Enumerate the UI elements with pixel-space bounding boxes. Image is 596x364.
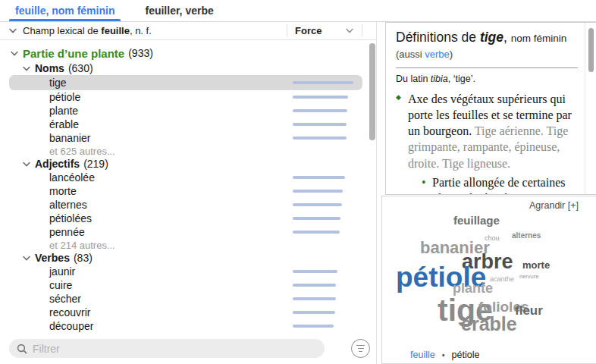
tree-word-row[interactable]: érable — [0, 118, 376, 131]
cloud-word[interactable]: alternes — [512, 232, 541, 240]
tree-word-row[interactable]: jaunir — [0, 265, 376, 278]
tree-row-label: érable — [49, 118, 79, 130]
cloud-word[interactable]: feuillage — [453, 215, 500, 226]
tree-row-label: Verbes — [35, 252, 70, 264]
tree-row-count: (630) — [68, 62, 93, 74]
search-icon — [17, 344, 27, 354]
legend-separator: • — [442, 350, 445, 359]
definitions-scrollbar-thumb[interactable] — [588, 28, 594, 72]
tree-row-label: Partie d’une plante — [23, 47, 124, 60]
filter-bar — [0, 334, 376, 364]
definition-item: Axe des végétaux supérieurs qui porte le… — [396, 91, 582, 195]
tab-feuiller-verbe[interactable]: feuiller, verbe — [130, 0, 228, 21]
cloud-word[interactable]: érable — [461, 315, 517, 334]
force-bar — [293, 123, 347, 126]
tree-row-label: alternes — [49, 199, 87, 211]
tree-word-row[interactable]: pétiolées — [0, 212, 376, 225]
tree-more-row: et 625 autres... — [0, 145, 376, 157]
lexical-field-title: Champ lexical de feuille, n. f. — [23, 25, 152, 36]
definition-subitem: Partie allongée de certaines plantes her… — [420, 174, 582, 195]
tree-row-label: pétiole — [49, 91, 80, 103]
force-bar — [293, 190, 343, 193]
force-bar — [293, 284, 336, 287]
force-bar — [293, 96, 348, 99]
etymology: Du latin tibia, ‘tige’. — [396, 74, 582, 84]
filter-input[interactable] — [33, 343, 306, 355]
force-bar — [293, 270, 337, 273]
tree-row-label: recouvrir — [49, 306, 90, 318]
lexical-field-panel: Champ lexical de feuille, n. f. Force Pa… — [0, 22, 377, 364]
force-sort-chevron-icon[interactable] — [346, 28, 353, 33]
definitions-title: Définitions de tige, nom féminin (aussi … — [396, 30, 582, 62]
lexical-field-header: Champ lexical de feuille, n. f. Force — [0, 22, 376, 40]
definitions-panel: Définitions de tige, nom féminin (aussi … — [385, 22, 596, 195]
force-bar — [293, 136, 347, 140]
chevron-down-icon[interactable] — [23, 162, 30, 167]
tree-row-label: découper — [49, 320, 93, 332]
chevron-down-icon[interactable] — [23, 66, 30, 71]
filter-input-container — [9, 339, 325, 358]
force-bar — [293, 81, 353, 84]
tree-row-label: et 214 autres... — [49, 240, 115, 251]
force-bar — [293, 297, 336, 300]
force-column-header[interactable]: Force — [295, 25, 322, 36]
chevron-down-icon[interactable] — [23, 256, 30, 261]
tree-row-label: tige — [49, 77, 67, 89]
tree-row-label: et 625 autres... — [49, 146, 115, 157]
tree-group-row[interactable]: Noms(630) — [0, 61, 376, 75]
force-bar — [293, 109, 347, 112]
tree-group-row[interactable]: Adjectifs(219) — [0, 157, 376, 171]
tree-row-label: bananier — [49, 132, 91, 144]
force-bar — [293, 217, 340, 220]
tree-word-row[interactable]: pennée — [0, 225, 376, 239]
force-bar — [293, 311, 335, 314]
divider — [585, 23, 585, 194]
tree-word-row[interactable]: sécher — [0, 292, 376, 306]
tree-word-row[interactable]: lancéolée — [0, 171, 376, 184]
cloud-word[interactable]: fleur — [515, 304, 543, 317]
tree-group-row[interactable]: Verbes(83) — [0, 251, 376, 265]
tree-row-count: (219) — [83, 158, 108, 170]
tree-word-row[interactable]: alternes — [0, 198, 376, 212]
tab-feuille-nom[interactable]: feuille, nom féminin — [0, 0, 130, 21]
filter-options-icon[interactable] — [351, 339, 370, 358]
tree-row-label: cuire — [49, 279, 72, 291]
tree-word-row[interactable]: recouvrir — [0, 306, 376, 319]
legend-word-feuille[interactable]: feuille — [410, 350, 435, 360]
tree-row-count: (83) — [74, 252, 93, 264]
verbe-link[interactable]: verbe — [425, 49, 450, 60]
lexical-tree: Partie d’une plante(933)Noms(630)tigepét… — [0, 40, 376, 334]
tree-more-row: et 214 autres... — [0, 239, 376, 251]
tree-word-row[interactable]: pétiole — [0, 90, 376, 104]
tree-row-label: jaunir — [49, 265, 75, 278]
enlarge-link[interactable]: Agrandir [+] — [529, 200, 579, 211]
chevron-down-icon[interactable] — [9, 28, 17, 33]
tree-row-label: Adjectifs — [35, 158, 80, 170]
cloud-word[interactable]: morte — [522, 260, 550, 270]
force-bar — [293, 325, 334, 328]
tree-word-row[interactable]: bananier — [0, 131, 376, 145]
tab-bar: feuille, nom féminin feuiller, verbe — [0, 0, 596, 22]
force-bar — [293, 231, 340, 234]
tree-row-label: plante — [49, 105, 78, 117]
tree-row-label: Noms — [35, 62, 64, 74]
tree-word-row[interactable]: morte — [0, 184, 376, 198]
tree-word-row[interactable]: tige — [0, 75, 376, 90]
tree-word-row[interactable]: cuire — [0, 278, 376, 292]
divider — [287, 24, 287, 37]
cloud-word[interactable]: nervure — [519, 274, 538, 280]
tree-group-row[interactable]: Partie d’une plante(933) — [0, 45, 376, 61]
title-divider — [396, 67, 578, 68]
tree-word-row[interactable]: plante — [0, 104, 376, 118]
tree-word-row[interactable]: découper — [0, 319, 376, 333]
cloud-word[interactable]: acanthe — [490, 276, 514, 283]
tree-row-label: pétiolées — [49, 212, 92, 224]
word-cloud-legend: feuille • pétiole — [410, 350, 479, 360]
tree-row-label: morte — [49, 185, 77, 197]
chevron-down-icon[interactable] — [11, 51, 18, 56]
force-bar — [293, 203, 342, 206]
headword: tige — [480, 30, 503, 45]
left-scrollbar-thumb[interactable] — [369, 43, 375, 140]
legend-word-petiole[interactable]: pétiole — [452, 350, 480, 360]
tree-row-label: lancéolée — [49, 171, 95, 184]
